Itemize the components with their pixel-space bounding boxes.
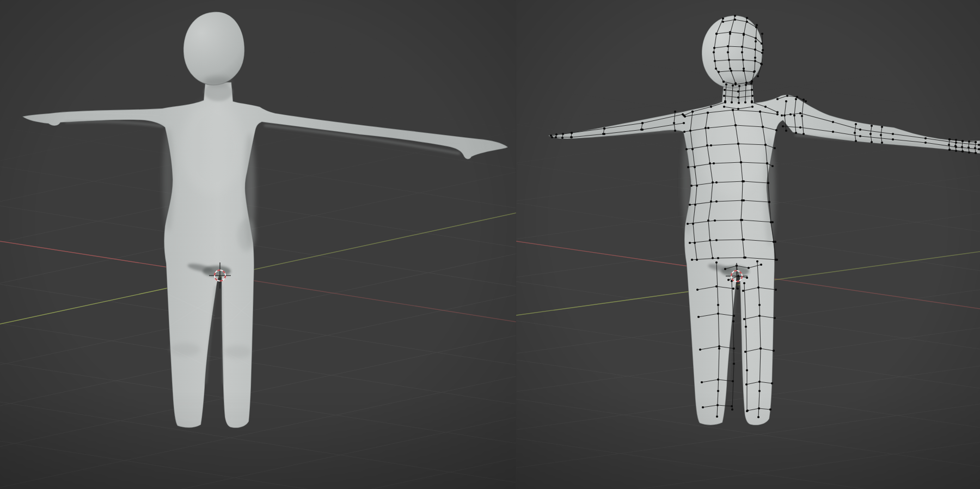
viewport-canvas bbox=[0, 0, 980, 489]
blender-viewport-comparison bbox=[0, 0, 980, 489]
viewport-right[interactable] bbox=[516, 0, 980, 489]
panel-divider bbox=[516, 0, 517, 489]
floor-shade-right bbox=[516, 0, 980, 489]
viewport-left[interactable] bbox=[0, 0, 516, 489]
floor-shade-left bbox=[0, 0, 516, 489]
